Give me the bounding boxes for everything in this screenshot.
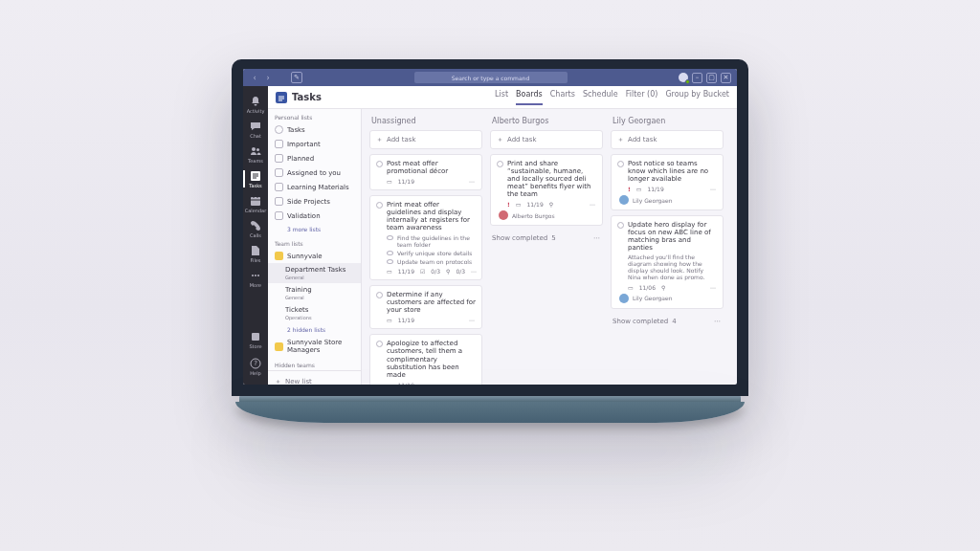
task-card[interactable]: Update hero display for focus on new ABC… — [611, 215, 724, 309]
compose-button[interactable]: ✎ — [291, 72, 302, 83]
complete-radio[interactable] — [376, 161, 383, 167]
window-maximize[interactable]: ▢ — [706, 73, 717, 83]
rail-activity[interactable]: Activity — [243, 92, 268, 117]
sidebar-channel-training[interactable]: TrainingGeneral — [268, 283, 361, 303]
screen-bezel: ‹ › ✎ Search or type a command – ▢ ✕ Act… — [232, 59, 748, 396]
board-column: Lily Georgaen＋Add taskPost notice so tea… — [611, 117, 724, 377]
plus-icon: ＋ — [376, 135, 383, 144]
sidebar-item-important[interactable]: Important — [268, 137, 361, 151]
task-card[interactable]: Post meat offer promotional décor▭11/19⋯ — [369, 154, 482, 190]
sidebar-item-assigned-to-you[interactable]: Assigned to you — [268, 165, 361, 180]
task-title: Print meat offer guidelines and display … — [387, 201, 476, 231]
svg-text:?: ? — [254, 360, 257, 367]
list-icon — [275, 183, 283, 191]
window-close[interactable]: ✕ — [721, 73, 731, 83]
card-more-icon[interactable]: ⋯ — [469, 382, 476, 385]
calendar-icon: ▭ — [636, 186, 642, 192]
calendar-icon: ▭ — [387, 382, 392, 385]
rail-more[interactable]: More — [243, 266, 268, 291]
nav-forward[interactable]: › — [262, 72, 274, 83]
calendar-icon: ▭ — [387, 178, 392, 185]
sidebar-item-planned[interactable]: Planned — [268, 151, 361, 165]
complete-radio[interactable] — [497, 161, 503, 167]
sidebar-item-tasks[interactable]: Tasks — [268, 122, 361, 137]
sidebar-item-side-projects[interactable]: Side Projects — [268, 194, 361, 209]
complete-radio[interactable] — [376, 202, 383, 209]
card-more-icon[interactable]: ⋯ — [469, 178, 476, 185]
team-sunnyvale[interactable]: Sunnyvale — [268, 249, 361, 263]
rail-label: Help — [250, 370, 260, 376]
sidebar-item-validation[interactable]: Validation — [268, 209, 361, 223]
add-task-button[interactable]: ＋Add task — [611, 130, 724, 149]
rail-help[interactable]: ?Help — [243, 354, 268, 379]
complete-radio[interactable] — [376, 341, 383, 347]
sidebar-channel-department-tasks[interactable]: Department TasksGeneral — [268, 263, 361, 283]
search-input[interactable]: Search or type a command — [414, 72, 568, 83]
profile-avatar[interactable] — [679, 73, 688, 82]
card-more-icon[interactable]: ⋯ — [590, 201, 596, 208]
rail-teams[interactable]: Teams — [243, 142, 268, 166]
due-date: 11/19 — [647, 186, 663, 192]
card-more-icon[interactable]: ⋯ — [710, 284, 717, 291]
sidebar-channel-tickets[interactable]: TicketsOperations — [268, 303, 361, 323]
app-window: ‹ › ✎ Search or type a command – ▢ ✕ Act… — [243, 69, 737, 385]
column-more-icon[interactable]: ⋯ — [714, 318, 722, 325]
task-meta: ▭11/06⚲⋯ — [617, 284, 717, 291]
rail-tasks[interactable]: Tasks — [243, 166, 268, 191]
rail-label: Files — [251, 257, 261, 263]
task-card[interactable]: Determine if any customers are affected … — [369, 285, 482, 329]
app-body: ActivityChatTeamsTasksCalendarCallsFiles… — [243, 86, 737, 385]
show-completed-toggle[interactable]: Show completed5⋯ — [490, 231, 603, 246]
rail-files[interactable]: Files — [243, 241, 268, 266]
laptop-frame: ‹ › ✎ Search or type a command – ▢ ✕ Act… — [232, 59, 748, 423]
task-card[interactable]: Post notice so teams know which lines ar… — [611, 154, 724, 210]
new-list-button[interactable]: ＋ New list — [268, 370, 361, 385]
assignee-name: Lily Georgaen — [633, 295, 673, 301]
task-meta: ▭11/19⋯ — [376, 178, 476, 185]
tab-filter-0-[interactable]: Filter (0) — [626, 90, 658, 105]
circle-icon — [275, 125, 283, 134]
files-icon — [250, 245, 261, 256]
subtask[interactable]: Update team on protocols — [387, 258, 476, 265]
show-completed-toggle[interactable]: Show completed4⋯ — [611, 314, 724, 329]
tab-list[interactable]: List — [495, 90, 508, 105]
complete-radio[interactable] — [617, 222, 624, 229]
tab-charts[interactable]: Charts — [550, 90, 575, 105]
tab-schedule[interactable]: Schedule — [583, 90, 618, 105]
window-minimize[interactable]: – — [692, 73, 702, 83]
add-task-button[interactable]: ＋Add task — [490, 130, 603, 149]
rail-calendar[interactable]: Calendar — [243, 191, 268, 216]
task-title: Apologize to affected customers, tell th… — [387, 340, 476, 378]
column-more-icon[interactable]: ⋯ — [593, 234, 601, 242]
subtask-text: Update team on protocols — [397, 258, 472, 265]
more-lists-link[interactable]: 3 more lists — [268, 223, 361, 235]
card-more-icon[interactable]: ⋯ — [710, 186, 717, 192]
task-card[interactable]: Print meat offer guidelines and display … — [369, 195, 482, 280]
teams-icon — [250, 145, 261, 157]
assignee-name: Alberto Burgos — [512, 212, 555, 219]
priority-icon: ! — [628, 186, 631, 192]
card-more-icon[interactable]: ⋯ — [471, 268, 478, 275]
svg-point-0 — [252, 147, 256, 151]
tab-boards[interactable]: Boards — [516, 90, 543, 105]
subtask[interactable]: Verify unique store details — [387, 250, 476, 256]
tab-group-by-bucket[interactable]: Group by Bucket — [665, 90, 729, 105]
add-task-button[interactable]: ＋Add task — [369, 130, 482, 149]
complete-radio[interactable] — [376, 292, 383, 298]
subtask[interactable]: Find the guidelines in the team folder — [387, 234, 476, 248]
team-store-managers[interactable]: Sunnyvale Store Managers — [268, 336, 361, 357]
rail-calls[interactable]: Calls — [243, 216, 268, 241]
nav-controls: ‹ › — [249, 72, 274, 83]
card-more-icon[interactable]: ⋯ — [469, 317, 476, 323]
calendar-icon: ▭ — [628, 284, 634, 291]
hidden-lists-link[interactable]: 2 hidden lists — [268, 323, 361, 336]
rail-chat[interactable]: Chat — [243, 117, 268, 142]
avatar-icon — [619, 195, 629, 205]
due-date: 11/19 — [526, 201, 543, 208]
complete-radio[interactable] — [617, 161, 624, 167]
sidebar-item-learning-materials[interactable]: Learning Materials — [268, 180, 361, 194]
task-card[interactable]: Print and share “sustainable, humane, an… — [490, 154, 603, 226]
nav-back[interactable]: ‹ — [249, 72, 260, 83]
task-card[interactable]: Apologize to affected customers, tell th… — [369, 334, 482, 385]
rail-store[interactable]: Store — [243, 327, 268, 352]
